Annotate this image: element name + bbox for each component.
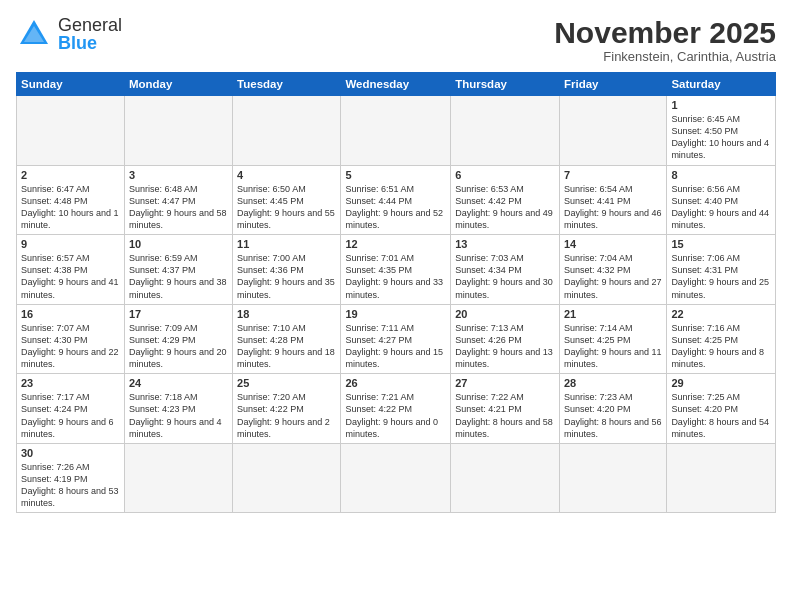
day-number: 9: [21, 238, 120, 250]
calendar-cell: 13Sunrise: 7:03 AM Sunset: 4:34 PM Dayli…: [451, 235, 560, 305]
day-info: Sunrise: 7:03 AM Sunset: 4:34 PM Dayligh…: [455, 252, 555, 301]
logo-blue: Blue: [58, 34, 122, 52]
calendar-cell: 17Sunrise: 7:09 AM Sunset: 4:29 PM Dayli…: [124, 304, 232, 374]
day-info: Sunrise: 6:59 AM Sunset: 4:37 PM Dayligh…: [129, 252, 228, 301]
calendar-cell: 8Sunrise: 6:56 AM Sunset: 4:40 PM Daylig…: [667, 165, 776, 235]
calendar-cell: 9Sunrise: 6:57 AM Sunset: 4:38 PM Daylig…: [17, 235, 125, 305]
calendar-day-header: Saturday: [667, 73, 776, 96]
day-number: 11: [237, 238, 336, 250]
header: General Blue November 2025 Finkenstein, …: [16, 16, 776, 64]
day-number: 14: [564, 238, 662, 250]
calendar-cell: 14Sunrise: 7:04 AM Sunset: 4:32 PM Dayli…: [559, 235, 666, 305]
calendar-cell: [124, 443, 232, 513]
calendar-cell: 20Sunrise: 7:13 AM Sunset: 4:26 PM Dayli…: [451, 304, 560, 374]
calendar-cell: 4Sunrise: 6:50 AM Sunset: 4:45 PM Daylig…: [233, 165, 341, 235]
day-info: Sunrise: 7:10 AM Sunset: 4:28 PM Dayligh…: [237, 322, 336, 371]
calendar-cell: [451, 96, 560, 166]
calendar-cell: [233, 443, 341, 513]
day-number: 24: [129, 377, 228, 389]
calendar-cell: 26Sunrise: 7:21 AM Sunset: 4:22 PM Dayli…: [341, 374, 451, 444]
day-number: 30: [21, 447, 120, 459]
title-block: November 2025 Finkenstein, Carinthia, Au…: [554, 16, 776, 64]
day-number: 25: [237, 377, 336, 389]
calendar-day-header: Monday: [124, 73, 232, 96]
day-number: 20: [455, 308, 555, 320]
calendar-week-row: 16Sunrise: 7:07 AM Sunset: 4:30 PM Dayli…: [17, 304, 776, 374]
day-info: Sunrise: 7:00 AM Sunset: 4:36 PM Dayligh…: [237, 252, 336, 301]
calendar-day-header: Friday: [559, 73, 666, 96]
calendar-cell: 5Sunrise: 6:51 AM Sunset: 4:44 PM Daylig…: [341, 165, 451, 235]
calendar-week-row: 30Sunrise: 7:26 AM Sunset: 4:19 PM Dayli…: [17, 443, 776, 513]
day-info: Sunrise: 6:48 AM Sunset: 4:47 PM Dayligh…: [129, 183, 228, 232]
calendar-cell: [559, 96, 666, 166]
day-number: 1: [671, 99, 771, 111]
calendar-cell: [341, 96, 451, 166]
day-number: 5: [345, 169, 446, 181]
day-number: 21: [564, 308, 662, 320]
day-number: 23: [21, 377, 120, 389]
calendar-cell: [559, 443, 666, 513]
page: General Blue November 2025 Finkenstein, …: [0, 0, 792, 612]
calendar-day-header: Tuesday: [233, 73, 341, 96]
calendar-cell: 21Sunrise: 7:14 AM Sunset: 4:25 PM Dayli…: [559, 304, 666, 374]
calendar-cell: [341, 443, 451, 513]
day-number: 8: [671, 169, 771, 181]
logo-text: General Blue: [58, 16, 122, 52]
calendar-day-header: Sunday: [17, 73, 125, 96]
day-info: Sunrise: 6:50 AM Sunset: 4:45 PM Dayligh…: [237, 183, 336, 232]
calendar-cell: 1Sunrise: 6:45 AM Sunset: 4:50 PM Daylig…: [667, 96, 776, 166]
calendar-cell: 10Sunrise: 6:59 AM Sunset: 4:37 PM Dayli…: [124, 235, 232, 305]
day-info: Sunrise: 7:17 AM Sunset: 4:24 PM Dayligh…: [21, 391, 120, 440]
calendar-cell: [17, 96, 125, 166]
day-info: Sunrise: 7:21 AM Sunset: 4:22 PM Dayligh…: [345, 391, 446, 440]
calendar-cell: 23Sunrise: 7:17 AM Sunset: 4:24 PM Dayli…: [17, 374, 125, 444]
calendar-week-row: 2Sunrise: 6:47 AM Sunset: 4:48 PM Daylig…: [17, 165, 776, 235]
day-info: Sunrise: 7:13 AM Sunset: 4:26 PM Dayligh…: [455, 322, 555, 371]
day-info: Sunrise: 6:47 AM Sunset: 4:48 PM Dayligh…: [21, 183, 120, 232]
day-number: 18: [237, 308, 336, 320]
day-number: 4: [237, 169, 336, 181]
day-info: Sunrise: 7:11 AM Sunset: 4:27 PM Dayligh…: [345, 322, 446, 371]
calendar-cell: 28Sunrise: 7:23 AM Sunset: 4:20 PM Dayli…: [559, 374, 666, 444]
calendar-cell: 7Sunrise: 6:54 AM Sunset: 4:41 PM Daylig…: [559, 165, 666, 235]
calendar-cell: 30Sunrise: 7:26 AM Sunset: 4:19 PM Dayli…: [17, 443, 125, 513]
calendar-table: SundayMondayTuesdayWednesdayThursdayFrid…: [16, 72, 776, 513]
logo-icon: [16, 16, 52, 52]
month-title: November 2025: [554, 16, 776, 49]
calendar-cell: 29Sunrise: 7:25 AM Sunset: 4:20 PM Dayli…: [667, 374, 776, 444]
day-info: Sunrise: 7:26 AM Sunset: 4:19 PM Dayligh…: [21, 461, 120, 510]
day-number: 7: [564, 169, 662, 181]
calendar-cell: 27Sunrise: 7:22 AM Sunset: 4:21 PM Dayli…: [451, 374, 560, 444]
calendar-week-row: 1Sunrise: 6:45 AM Sunset: 4:50 PM Daylig…: [17, 96, 776, 166]
calendar-cell: 25Sunrise: 7:20 AM Sunset: 4:22 PM Dayli…: [233, 374, 341, 444]
calendar-cell: 11Sunrise: 7:00 AM Sunset: 4:36 PM Dayli…: [233, 235, 341, 305]
day-info: Sunrise: 7:18 AM Sunset: 4:23 PM Dayligh…: [129, 391, 228, 440]
day-info: Sunrise: 7:16 AM Sunset: 4:25 PM Dayligh…: [671, 322, 771, 371]
calendar-cell: 16Sunrise: 7:07 AM Sunset: 4:30 PM Dayli…: [17, 304, 125, 374]
day-info: Sunrise: 6:54 AM Sunset: 4:41 PM Dayligh…: [564, 183, 662, 232]
day-number: 6: [455, 169, 555, 181]
day-info: Sunrise: 7:09 AM Sunset: 4:29 PM Dayligh…: [129, 322, 228, 371]
day-info: Sunrise: 6:57 AM Sunset: 4:38 PM Dayligh…: [21, 252, 120, 301]
calendar-cell: 2Sunrise: 6:47 AM Sunset: 4:48 PM Daylig…: [17, 165, 125, 235]
calendar-cell: 15Sunrise: 7:06 AM Sunset: 4:31 PM Dayli…: [667, 235, 776, 305]
day-number: 29: [671, 377, 771, 389]
logo: General Blue: [16, 16, 122, 52]
day-number: 22: [671, 308, 771, 320]
day-info: Sunrise: 7:23 AM Sunset: 4:20 PM Dayligh…: [564, 391, 662, 440]
day-number: 2: [21, 169, 120, 181]
calendar-cell: 22Sunrise: 7:16 AM Sunset: 4:25 PM Dayli…: [667, 304, 776, 374]
subtitle: Finkenstein, Carinthia, Austria: [554, 49, 776, 64]
day-number: 3: [129, 169, 228, 181]
day-number: 17: [129, 308, 228, 320]
day-number: 19: [345, 308, 446, 320]
calendar-cell: 19Sunrise: 7:11 AM Sunset: 4:27 PM Dayli…: [341, 304, 451, 374]
day-info: Sunrise: 7:22 AM Sunset: 4:21 PM Dayligh…: [455, 391, 555, 440]
day-info: Sunrise: 7:25 AM Sunset: 4:20 PM Dayligh…: [671, 391, 771, 440]
day-info: Sunrise: 7:01 AM Sunset: 4:35 PM Dayligh…: [345, 252, 446, 301]
day-number: 26: [345, 377, 446, 389]
day-info: Sunrise: 7:07 AM Sunset: 4:30 PM Dayligh…: [21, 322, 120, 371]
calendar-day-header: Thursday: [451, 73, 560, 96]
calendar-cell: 6Sunrise: 6:53 AM Sunset: 4:42 PM Daylig…: [451, 165, 560, 235]
calendar-cell: 3Sunrise: 6:48 AM Sunset: 4:47 PM Daylig…: [124, 165, 232, 235]
